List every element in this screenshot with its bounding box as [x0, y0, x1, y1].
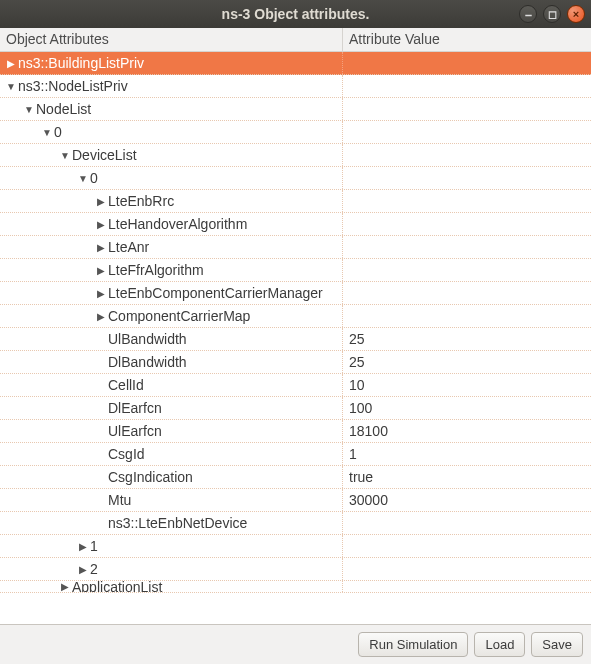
tree-row-label: ▼DeviceList	[0, 144, 343, 166]
tree-row-label: DlEarfcn	[0, 397, 343, 419]
expand-down-icon[interactable]: ▼	[78, 173, 88, 184]
expand-right-icon[interactable]: ▶	[96, 219, 106, 230]
header-value[interactable]: Attribute Value	[343, 28, 591, 51]
tree-row[interactable]: CsgId1	[0, 443, 591, 466]
expand-right-icon[interactable]: ▶	[96, 242, 106, 253]
tree-row-value: 1	[343, 446, 591, 462]
tree-row[interactable]: ▶1	[0, 535, 591, 558]
load-button[interactable]: Load	[474, 632, 525, 657]
tree-row-label: ▼ns3::NodeListPriv	[0, 75, 343, 97]
tree-row[interactable]: ▶2	[0, 558, 591, 581]
minimize-icon[interactable]: ‒	[519, 5, 537, 23]
tree-row[interactable]: ▶LteHandoverAlgorithm	[0, 213, 591, 236]
tree-row-value: true	[343, 469, 591, 485]
tree-row-text: ns3::NodeListPriv	[18, 78, 128, 94]
window-controls: ‒ ◻ ×	[519, 5, 585, 23]
tree-row-text: DlBandwidth	[108, 354, 187, 370]
maximize-icon[interactable]: ◻	[543, 5, 561, 23]
tree-row[interactable]: ▶LteEnbRrc	[0, 190, 591, 213]
tree-row[interactable]: ▶ns3::BuildingListPriv	[0, 52, 591, 75]
tree-row-text: LteFfrAlgorithm	[108, 262, 204, 278]
tree-row-value: 30000	[343, 492, 591, 508]
tree-row-label: CsgId	[0, 443, 343, 465]
tree-row-text: ns3::LteEnbNetDevice	[108, 515, 247, 531]
tree-row-text: CellId	[108, 377, 144, 393]
tree-row-label: ▶ns3::BuildingListPriv	[0, 52, 343, 74]
tree-row-label: ▶1	[0, 535, 343, 557]
tree-row[interactable]: CellId10	[0, 374, 591, 397]
tree-row[interactable]: CsgIndicationtrue	[0, 466, 591, 489]
window-title: ns-3 Object attributes.	[222, 6, 370, 22]
tree-row[interactable]: ▶LteEnbComponentCarrierManager	[0, 282, 591, 305]
expand-right-icon[interactable]: ▶	[78, 541, 88, 552]
tree-row[interactable]: ▼0	[0, 167, 591, 190]
tree-row-text: UlBandwidth	[108, 331, 187, 347]
tree-row-text: LteEnbRrc	[108, 193, 174, 209]
expand-down-icon[interactable]: ▼	[6, 81, 16, 92]
tree-row-text: Mtu	[108, 492, 131, 508]
tree-row-text: ComponentCarrierMap	[108, 308, 250, 324]
column-headers: Object Attributes Attribute Value	[0, 28, 591, 52]
tree-row[interactable]: UlBandwidth25	[0, 328, 591, 351]
header-attributes[interactable]: Object Attributes	[0, 28, 343, 51]
tree-row-text: ns3::BuildingListPriv	[18, 55, 144, 71]
expand-right-icon[interactable]: ▶	[96, 265, 106, 276]
tree-row-value: 10	[343, 377, 591, 393]
tree-row[interactable]: ▶ComponentCarrierMap	[0, 305, 591, 328]
tree-row-text: 0	[54, 124, 62, 140]
footer: Run Simulation Load Save	[0, 624, 591, 664]
tree-view[interactable]: ▶ns3::BuildingListPriv▼ns3::NodeListPriv…	[0, 52, 591, 624]
tree-row-value: 18100	[343, 423, 591, 439]
tree-row-label: ns3::LteEnbNetDevice	[0, 512, 343, 534]
save-button[interactable]: Save	[531, 632, 583, 657]
tree-row-text: DlEarfcn	[108, 400, 162, 416]
tree-row-label: ▶ApplicationList	[0, 581, 343, 592]
tree-row[interactable]: UlEarfcn18100	[0, 420, 591, 443]
expand-right-icon[interactable]: ▶	[96, 196, 106, 207]
tree-row-label: ▶2	[0, 558, 343, 580]
tree-row-label: ▶LteFfrAlgorithm	[0, 259, 343, 281]
run-simulation-button[interactable]: Run Simulation	[358, 632, 468, 657]
tree-row[interactable]: ▶LteFfrAlgorithm	[0, 259, 591, 282]
tree-row[interactable]: DlEarfcn100	[0, 397, 591, 420]
tree-row[interactable]: ▼0	[0, 121, 591, 144]
tree-row-label: ▶LteHandoverAlgorithm	[0, 213, 343, 235]
tree-row-text: LteAnr	[108, 239, 149, 255]
expand-right-icon[interactable]: ▶	[96, 288, 106, 299]
tree-row[interactable]: ▶LteAnr	[0, 236, 591, 259]
tree-row-label: ▶LteAnr	[0, 236, 343, 258]
tree-row-value: 25	[343, 331, 591, 347]
titlebar: ns-3 Object attributes. ‒ ◻ ×	[0, 0, 591, 28]
tree-row-text: CsgIndication	[108, 469, 193, 485]
tree-row-label: ▶LteEnbComponentCarrierManager	[0, 282, 343, 304]
tree-row-label: ▶ComponentCarrierMap	[0, 305, 343, 327]
tree-row[interactable]: Mtu30000	[0, 489, 591, 512]
tree-row-text: UlEarfcn	[108, 423, 162, 439]
expand-right-icon[interactable]: ▶	[78, 564, 88, 575]
tree-row[interactable]: ▼DeviceList	[0, 144, 591, 167]
tree-row[interactable]: ns3::LteEnbNetDevice	[0, 512, 591, 535]
expand-down-icon[interactable]: ▼	[60, 150, 70, 161]
tree-row[interactable]: DlBandwidth25	[0, 351, 591, 374]
expand-right-icon[interactable]: ▶	[6, 58, 16, 69]
tree-row-text: CsgId	[108, 446, 145, 462]
tree-row[interactable]: ▼ns3::NodeListPriv	[0, 75, 591, 98]
tree-row-label: ▼0	[0, 121, 343, 143]
expand-right-icon[interactable]: ▶	[60, 581, 70, 592]
expand-down-icon[interactable]: ▼	[42, 127, 52, 138]
tree-row[interactable]: ▼NodeList	[0, 98, 591, 121]
tree-row-text: DeviceList	[72, 147, 137, 163]
tree-row-label: UlBandwidth	[0, 328, 343, 350]
close-icon[interactable]: ×	[567, 5, 585, 23]
tree-row-text: ApplicationList	[72, 581, 162, 592]
tree-row-value: 25	[343, 354, 591, 370]
tree-row-label: ▼0	[0, 167, 343, 189]
tree-row-text: 1	[90, 538, 98, 554]
expand-right-icon[interactable]: ▶	[96, 311, 106, 322]
tree-row-label: CsgIndication	[0, 466, 343, 488]
tree-row-text: LteHandoverAlgorithm	[108, 216, 247, 232]
tree-row-text: LteEnbComponentCarrierManager	[108, 285, 323, 301]
expand-down-icon[interactable]: ▼	[24, 104, 34, 115]
tree-row[interactable]: ▶ApplicationList	[0, 581, 591, 593]
tree-row-label: DlBandwidth	[0, 351, 343, 373]
